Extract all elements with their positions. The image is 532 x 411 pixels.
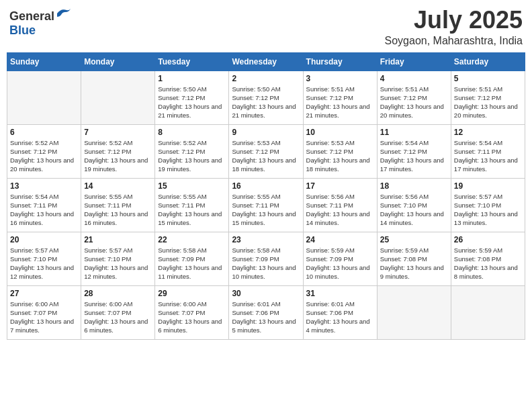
table-row: 8Sunrise: 5:52 AM Sunset: 7:12 PM Daylig… (155, 124, 229, 178)
day-number: 18 (380, 181, 448, 191)
day-number: 6 (10, 128, 78, 137)
table-row: 20Sunrise: 5:57 AM Sunset: 7:10 PM Dayli… (7, 232, 81, 285)
day-info: Sunrise: 5:50 AM Sunset: 7:12 PM Dayligh… (232, 85, 300, 120)
day-info: Sunrise: 5:57 AM Sunset: 7:10 PM Dayligh… (10, 246, 78, 281)
day-info: Sunrise: 5:59 AM Sunset: 7:09 PM Dayligh… (306, 246, 374, 281)
day-number: 4 (380, 74, 448, 83)
table-row: 30Sunrise: 6:01 AM Sunset: 7:06 PM Dayli… (229, 285, 303, 339)
table-row: 12Sunrise: 5:54 AM Sunset: 7:11 PM Dayli… (451, 124, 525, 178)
day-number: 15 (158, 181, 226, 191)
calendar-header-row: Sunday Monday Tuesday Wednesday Thursday… (7, 52, 525, 71)
table-row (377, 285, 451, 339)
day-info: Sunrise: 5:53 AM Sunset: 7:12 PM Dayligh… (232, 138, 300, 174)
day-info: Sunrise: 5:55 AM Sunset: 7:11 PM Dayligh… (158, 192, 226, 228)
day-info: Sunrise: 6:01 AM Sunset: 7:06 PM Dayligh… (232, 300, 300, 335)
day-info: Sunrise: 5:52 AM Sunset: 7:12 PM Dayligh… (84, 138, 152, 174)
day-info: Sunrise: 5:56 AM Sunset: 7:10 PM Dayligh… (380, 192, 448, 228)
day-number: 29 (158, 289, 226, 298)
day-info: Sunrise: 6:00 AM Sunset: 7:07 PM Dayligh… (10, 300, 78, 335)
calendar-week-row: 6Sunrise: 5:52 AM Sunset: 7:12 PM Daylig… (7, 124, 525, 178)
table-row: 19Sunrise: 5:57 AM Sunset: 7:10 PM Dayli… (451, 178, 525, 232)
table-row: 9Sunrise: 5:53 AM Sunset: 7:12 PM Daylig… (229, 124, 303, 178)
logo: General Blue (9, 7, 72, 38)
day-info: Sunrise: 5:56 AM Sunset: 7:11 PM Dayligh… (306, 192, 374, 228)
day-info: Sunrise: 5:55 AM Sunset: 7:11 PM Dayligh… (84, 192, 152, 228)
day-info: Sunrise: 5:52 AM Sunset: 7:12 PM Dayligh… (10, 138, 78, 174)
day-number: 27 (10, 289, 78, 298)
day-number: 3 (306, 74, 374, 83)
table-row: 18Sunrise: 5:56 AM Sunset: 7:10 PM Dayli… (377, 178, 451, 232)
table-row (81, 71, 155, 124)
day-number: 21 (84, 235, 152, 244)
calendar-week-row: 13Sunrise: 5:54 AM Sunset: 7:11 PM Dayli… (7, 178, 525, 232)
day-info: Sunrise: 5:54 AM Sunset: 7:11 PM Dayligh… (10, 192, 78, 228)
table-row: 3Sunrise: 5:51 AM Sunset: 7:12 PM Daylig… (303, 71, 377, 124)
day-number: 19 (454, 181, 522, 191)
day-number: 26 (454, 235, 522, 244)
page-header: General Blue July 2025 Soygaon, Maharash… (7, 7, 525, 47)
day-number: 24 (306, 235, 374, 244)
day-number: 12 (454, 128, 522, 137)
col-friday: Friday (377, 52, 451, 71)
table-row: 25Sunrise: 5:59 AM Sunset: 7:08 PM Dayli… (377, 232, 451, 285)
day-number: 1 (158, 74, 226, 83)
table-row (7, 71, 81, 124)
day-info: Sunrise: 5:57 AM Sunset: 7:10 PM Dayligh… (84, 246, 152, 281)
day-number: 20 (10, 235, 78, 244)
day-info: Sunrise: 5:55 AM Sunset: 7:11 PM Dayligh… (232, 192, 300, 228)
table-row (451, 285, 525, 339)
table-row: 4Sunrise: 5:51 AM Sunset: 7:12 PM Daylig… (377, 71, 451, 124)
table-row: 10Sunrise: 5:53 AM Sunset: 7:12 PM Dayli… (303, 124, 377, 178)
title-section: July 2025 Soygaon, Maharashtra, India (385, 7, 523, 47)
table-row: 11Sunrise: 5:54 AM Sunset: 7:12 PM Dayli… (377, 124, 451, 178)
table-row: 15Sunrise: 5:55 AM Sunset: 7:11 PM Dayli… (155, 178, 229, 232)
day-number: 2 (232, 74, 300, 83)
day-number: 10 (306, 128, 374, 137)
day-info: Sunrise: 5:51 AM Sunset: 7:12 PM Dayligh… (454, 85, 522, 120)
day-number: 16 (232, 181, 300, 191)
table-row: 23Sunrise: 5:58 AM Sunset: 7:09 PM Dayli… (229, 232, 303, 285)
day-number: 25 (380, 235, 448, 244)
day-info: Sunrise: 5:54 AM Sunset: 7:12 PM Dayligh… (380, 138, 448, 174)
day-number: 11 (380, 128, 448, 137)
day-info: Sunrise: 5:52 AM Sunset: 7:12 PM Dayligh… (158, 138, 226, 174)
day-info: Sunrise: 5:50 AM Sunset: 7:12 PM Dayligh… (158, 85, 226, 120)
day-number: 7 (84, 128, 152, 137)
table-row: 17Sunrise: 5:56 AM Sunset: 7:11 PM Dayli… (303, 178, 377, 232)
table-row: 7Sunrise: 5:52 AM Sunset: 7:12 PM Daylig… (81, 124, 155, 178)
calendar-week-row: 20Sunrise: 5:57 AM Sunset: 7:10 PM Dayli… (7, 232, 525, 285)
col-wednesday: Wednesday (229, 52, 303, 71)
day-number: 30 (232, 289, 300, 298)
day-info: Sunrise: 5:57 AM Sunset: 7:10 PM Dayligh… (454, 192, 522, 228)
logo-bird-icon (56, 7, 72, 20)
table-row: 28Sunrise: 6:00 AM Sunset: 7:07 PM Dayli… (81, 285, 155, 339)
day-number: 31 (306, 289, 374, 298)
table-row: 21Sunrise: 5:57 AM Sunset: 7:10 PM Dayli… (81, 232, 155, 285)
month-year-title: July 2025 (385, 7, 523, 34)
day-info: Sunrise: 6:01 AM Sunset: 7:06 PM Dayligh… (306, 300, 374, 335)
day-number: 14 (84, 181, 152, 191)
day-info: Sunrise: 6:00 AM Sunset: 7:07 PM Dayligh… (84, 300, 152, 335)
col-sunday: Sunday (7, 52, 81, 71)
location-subtitle: Soygaon, Maharashtra, India (385, 35, 523, 47)
table-row: 27Sunrise: 6:00 AM Sunset: 7:07 PM Dayli… (7, 285, 81, 339)
col-saturday: Saturday (451, 52, 525, 71)
table-row: 13Sunrise: 5:54 AM Sunset: 7:11 PM Dayli… (7, 178, 81, 232)
table-row: 1Sunrise: 5:50 AM Sunset: 7:12 PM Daylig… (155, 71, 229, 124)
day-info: Sunrise: 5:59 AM Sunset: 7:08 PM Dayligh… (454, 246, 522, 281)
calendar-table: Sunday Monday Tuesday Wednesday Thursday… (7, 52, 525, 340)
table-row: 2Sunrise: 5:50 AM Sunset: 7:12 PM Daylig… (229, 71, 303, 124)
table-row: 14Sunrise: 5:55 AM Sunset: 7:11 PM Dayli… (81, 178, 155, 232)
table-row: 24Sunrise: 5:59 AM Sunset: 7:09 PM Dayli… (303, 232, 377, 285)
day-number: 9 (232, 128, 300, 137)
calendar-week-row: 27Sunrise: 6:00 AM Sunset: 7:07 PM Dayli… (7, 285, 525, 339)
day-number: 17 (306, 181, 374, 191)
logo-text: General Blue (9, 7, 72, 38)
day-info: Sunrise: 6:00 AM Sunset: 7:07 PM Dayligh… (158, 300, 226, 335)
day-info: Sunrise: 5:54 AM Sunset: 7:11 PM Dayligh… (454, 138, 522, 174)
day-number: 13 (10, 181, 78, 191)
col-monday: Monday (81, 52, 155, 71)
table-row: 16Sunrise: 5:55 AM Sunset: 7:11 PM Dayli… (229, 178, 303, 232)
col-tuesday: Tuesday (155, 52, 229, 71)
logo-blue: Blue (9, 24, 36, 37)
